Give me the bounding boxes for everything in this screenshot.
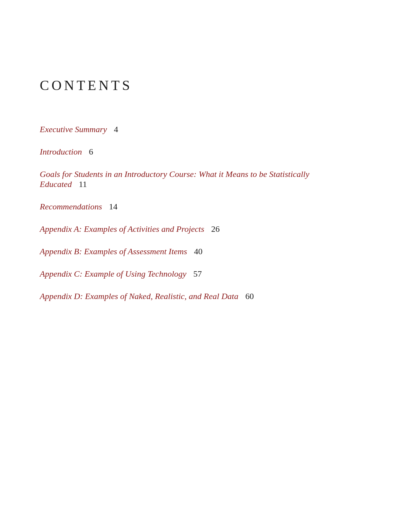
- toc-link-appendix-d[interactable]: Appendix D: Examples of Naked, Realistic…: [40, 291, 238, 301]
- list-item: Appendix C: Example of Using Technology …: [40, 269, 370, 279]
- toc-goals-line1: Goals for Students in an Introductory Co…: [40, 169, 309, 179]
- toc-goals-second-line: Educated 11: [40, 179, 370, 189]
- toc-link-appendix-a[interactable]: Appendix A: Examples of Activities and P…: [40, 224, 204, 234]
- list-item: Appendix A: Examples of Activities and P…: [40, 224, 370, 234]
- toc-page-appendix-b: 40: [194, 246, 202, 257]
- toc-page-introduction: 6: [89, 147, 93, 157]
- list-item: Recommendations 14: [40, 202, 370, 212]
- list-item: Appendix B: Examples of Assessment Items…: [40, 246, 370, 257]
- toc-page-recommendations: 14: [109, 202, 117, 212]
- toc-link-executive-summary[interactable]: Executive Summary: [40, 124, 107, 134]
- page: Contents Executive Summary 4 Introductio…: [0, 0, 410, 532]
- list-item: Introduction 6: [40, 147, 370, 157]
- list-item: Goals for Students in an Introductory Co…: [40, 169, 370, 189]
- toc-link-goals[interactable]: Goals for Students in an Introductory Co…: [40, 169, 370, 179]
- toc-link-recommendations[interactable]: Recommendations: [40, 202, 102, 212]
- toc-page-appendix-a: 26: [211, 224, 220, 234]
- toc-link-appendix-b[interactable]: Appendix B: Examples of Assessment Items: [40, 246, 187, 257]
- toc-page-executive-summary: 4: [114, 124, 118, 134]
- toc-page-appendix-c: 57: [193, 269, 202, 279]
- page-title: Contents: [40, 77, 370, 93]
- list-item: Executive Summary 4: [40, 124, 370, 134]
- toc-link-appendix-c[interactable]: Appendix C: Example of Using Technology: [40, 269, 186, 279]
- list-item: Appendix D: Examples of Naked, Realistic…: [40, 291, 370, 301]
- toc-page-goals: 11: [79, 179, 87, 189]
- toc-link-goals-line2[interactable]: Educated: [40, 179, 72, 189]
- toc-link-introduction[interactable]: Introduction: [40, 147, 82, 157]
- toc-page-appendix-d: 60: [245, 291, 254, 301]
- table-of-contents: Executive Summary 4 Introduction 6 Goals…: [40, 124, 370, 301]
